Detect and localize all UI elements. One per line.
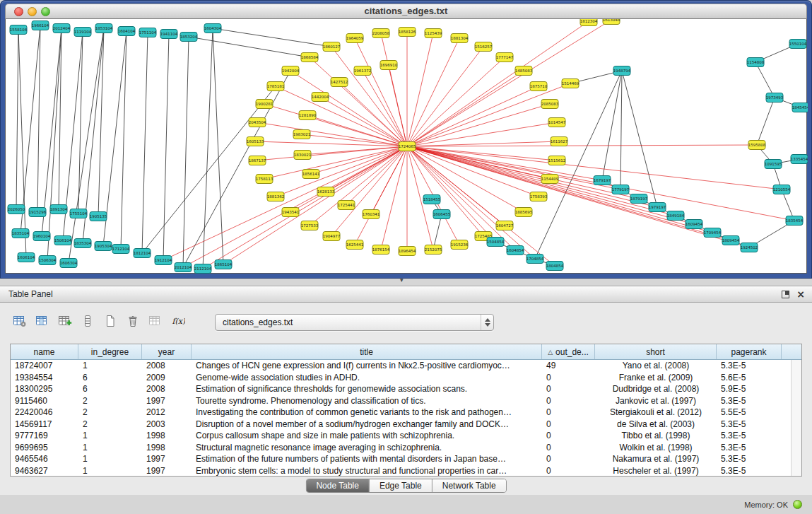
cell-short[interactable]: Tibbo et al. (1998)	[595, 431, 717, 440]
graph-node[interactable]: 1853104	[95, 24, 113, 33]
tab-network-table[interactable]: Network Table	[433, 479, 506, 492]
cell-in_degree[interactable]: 1	[78, 361, 142, 370]
graph-node[interactable]: 1760341	[363, 210, 380, 219]
memory-status-icon[interactable]	[793, 500, 802, 509]
graph-node[interactable]: 1856141	[302, 170, 320, 179]
cell-in_degree[interactable]: 6	[78, 384, 142, 394]
graph-node[interactable]: 1014547	[548, 118, 566, 127]
cell-pagerank[interactable]: 5.9E-5	[717, 384, 782, 394]
graph-edge[interactable]	[355, 38, 407, 146]
graph-node[interactable]: 1335454	[791, 155, 808, 164]
graph-node[interactable]: 1812304	[580, 19, 598, 26]
column-header-pagerank[interactable]: pagerank	[717, 344, 782, 359]
graph-edge[interactable]	[407, 146, 620, 189]
cell-title[interactable]: Estimation of the future numbers of pati…	[192, 454, 542, 464]
cell-name[interactable]: 9463627	[11, 466, 78, 476]
graph-node[interactable]: 1606304	[60, 259, 78, 268]
tab-node-table[interactable]: Node Table	[306, 479, 370, 492]
cell-name[interactable]: 19384554	[11, 373, 78, 382]
graph-node[interactable]: 1609454	[686, 220, 703, 229]
column-header-in_degree[interactable]: in_degree	[78, 344, 142, 359]
graph-edge[interactable]	[407, 146, 749, 247]
graph-edge[interactable]	[407, 145, 757, 146]
graph-node[interactable]: 1506304	[39, 256, 57, 265]
cell-title[interactable]: Structural magnetic resonance image aver…	[192, 443, 542, 452]
cell-short[interactable]: Hescheler et al. (1997)	[595, 466, 717, 476]
column-header-year[interactable]: year	[142, 344, 192, 359]
cell-name[interactable]: 9115460	[11, 396, 78, 406]
cell-out_degree[interactable]: 0	[542, 407, 595, 417]
graph-node[interactable]: 1210554	[773, 185, 791, 194]
cell-year[interactable]: 1997	[142, 466, 192, 476]
cell-pagerank[interactable]: 5.3E-5	[717, 443, 782, 452]
cell-name[interactable]: 9777169	[11, 431, 78, 440]
cell-title[interactable]: Genome-wide association studies in ADHD.	[192, 373, 542, 382]
graph-node[interactable]: 1858126	[399, 28, 416, 37]
graph-node[interactable]: 1853204	[180, 33, 198, 42]
graph-node[interactable]: 1604727	[496, 221, 514, 230]
graph-node[interactable]: 1625441	[346, 240, 364, 250]
column-header-name[interactable]: name	[11, 344, 78, 359]
graph-edge[interactable]	[307, 115, 407, 146]
cell-short[interactable]: Nakamura et al. (1997)	[595, 454, 717, 464]
cell-year[interactable]: 2012	[142, 407, 192, 417]
graph-node[interactable]: 1727533	[301, 221, 319, 230]
graph-node[interactable]: 1867137	[249, 156, 266, 165]
cell-in_degree[interactable]: 6	[78, 373, 142, 382]
cell-pagerank[interactable]: 5.5E-5	[717, 407, 782, 417]
graph-node[interactable]: 1948794	[613, 66, 631, 76]
table-row[interactable]: 1456911722003Disruption of a novel membe…	[11, 419, 791, 431]
graph-edge[interactable]	[407, 104, 550, 146]
graph-node[interactable]: 1611627	[551, 137, 568, 146]
graph-node[interactable]: 2012104	[175, 263, 192, 272]
graph-node[interactable]: 1943541	[282, 208, 300, 217]
cell-title[interactable]: Tourette syndrome. Phenomenology and cla…	[192, 396, 542, 406]
cell-name[interactable]: 9699695	[11, 443, 78, 452]
graph-node[interactable]: 1809454	[722, 236, 740, 245]
table-settings-button[interactable]	[10, 313, 30, 332]
import-table-disabled-button[interactable]	[146, 313, 165, 332]
graph-node[interactable]: 1881304	[451, 34, 469, 43]
delete-table-button[interactable]	[123, 313, 143, 332]
cell-year[interactable]: 2008	[142, 384, 192, 394]
graph-edge[interactable]	[183, 37, 189, 267]
graph-edge[interactable]	[320, 97, 407, 146]
graph-edge[interactable]	[264, 146, 407, 179]
cell-year[interactable]: 2008	[142, 361, 192, 370]
cell-in_degree[interactable]: 1	[78, 466, 142, 476]
cell-year[interactable]: 1997	[142, 396, 192, 406]
graph-node[interactable]: 1595808	[748, 141, 766, 150]
table-row[interactable]: 1938455462009Genome-wide association stu…	[11, 372, 791, 384]
cell-year[interactable]: 1997	[142, 454, 192, 464]
cell-short[interactable]: Franke et al. (2009)	[595, 373, 717, 382]
graph-node[interactable]: 1485083	[515, 66, 533, 76]
graph-edge[interactable]	[755, 62, 775, 98]
cell-out_degree[interactable]: 49	[542, 361, 595, 370]
graph-edge[interactable]	[69, 28, 104, 263]
graph-edge[interactable]	[433, 214, 442, 250]
graph-node[interactable]: 1785181	[267, 82, 285, 91]
cell-out_degree[interactable]: 0	[542, 454, 595, 464]
graph-node[interactable]: 1905304	[95, 242, 112, 251]
graph-node[interactable]: 1924502	[741, 243, 758, 252]
graph-node[interactable]: 2043504	[249, 118, 266, 127]
cell-name[interactable]: 9465546	[11, 454, 78, 464]
graph-node[interactable]: 1518455	[423, 195, 441, 204]
graph-node[interactable]: 1696910	[380, 61, 398, 70]
cell-name[interactable]: 18300295	[11, 384, 78, 394]
graph-node[interactable]: 1777147	[496, 53, 514, 62]
graph-node[interactable]: 1973493	[766, 93, 784, 103]
cell-out_degree[interactable]: 0	[542, 443, 595, 452]
cell-pagerank[interactable]: 5.3E-5	[717, 419, 782, 429]
graph-node[interactable]: 1758113	[256, 175, 273, 184]
panel-splitter[interactable]: ▾	[0, 279, 812, 286]
cell-pagerank[interactable]: 5.3E-5	[717, 454, 782, 464]
graph-node[interactable]: 1835104	[12, 229, 30, 238]
graph-node[interactable]: 1881362	[267, 192, 285, 201]
graph-node[interactable]: 1904977	[323, 232, 341, 241]
graph-node[interactable]: 1960104	[33, 232, 51, 241]
cell-in_degree[interactable]: 2	[78, 396, 142, 406]
graph-edge[interactable]	[163, 34, 169, 260]
graph-node[interactable]: 2026050	[8, 205, 25, 214]
window-titlebar[interactable]: citations_edges.txt	[5, 4, 807, 19]
